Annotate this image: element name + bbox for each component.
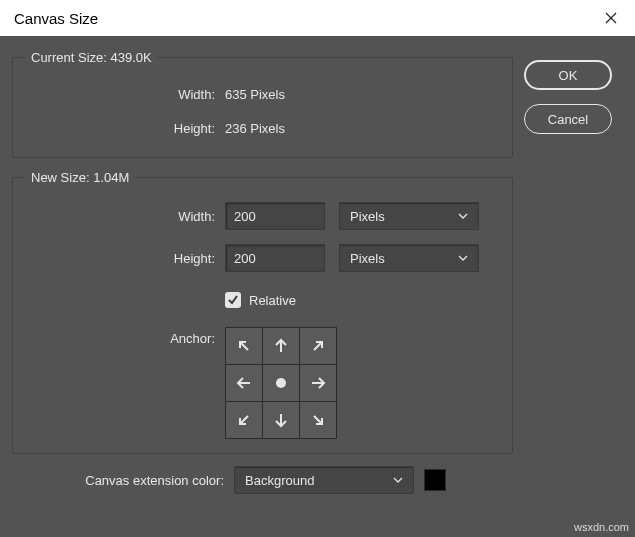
anchor-left[interactable] <box>226 365 262 401</box>
width-unit-value: Pixels <box>350 209 385 224</box>
current-height-label: Height: <box>25 121 225 136</box>
relative-label: Relative <box>249 293 296 308</box>
extension-color-label: Canvas extension color: <box>34 473 234 488</box>
arrow-down-left-icon <box>234 410 254 430</box>
arrow-left-icon <box>234 373 254 393</box>
anchor-top-left[interactable] <box>226 328 262 364</box>
new-height-label: Height: <box>25 251 225 266</box>
width-input[interactable] <box>225 202 325 230</box>
cancel-button[interactable]: Cancel <box>524 104 612 134</box>
height-unit-value: Pixels <box>350 251 385 266</box>
height-input[interactable] <box>225 244 325 272</box>
close-icon <box>605 12 617 24</box>
anchor-top[interactable] <box>263 328 299 364</box>
new-size-group: New Size: 1.04M Width: Pixels Height: Pi… <box>12 170 513 454</box>
current-height-value: 236 Pixels <box>225 121 285 136</box>
close-button[interactable] <box>587 0 635 36</box>
new-size-legend: New Size: 1.04M <box>25 170 135 185</box>
titlebar: Canvas Size <box>0 0 635 36</box>
arrow-up-left-icon <box>234 336 254 356</box>
arrow-right-icon <box>308 373 328 393</box>
new-width-label: Width: <box>25 209 225 224</box>
arrow-up-right-icon <box>308 336 328 356</box>
extension-color-value: Background <box>245 473 314 488</box>
anchor-bottom-right[interactable] <box>300 402 336 438</box>
arrow-down-right-icon <box>308 410 328 430</box>
width-unit-select[interactable]: Pixels <box>339 202 479 230</box>
anchor-grid <box>225 327 337 439</box>
check-icon <box>227 294 239 306</box>
arrow-down-icon <box>271 410 291 430</box>
anchor-bottom[interactable] <box>263 402 299 438</box>
height-unit-select[interactable]: Pixels <box>339 244 479 272</box>
current-width-label: Width: <box>25 87 225 102</box>
chevron-down-icon <box>458 213 468 219</box>
anchor-right[interactable] <box>300 365 336 401</box>
dot-icon <box>276 378 286 388</box>
relative-checkbox[interactable] <box>225 292 241 308</box>
dialog-title: Canvas Size <box>14 10 587 27</box>
anchor-label: Anchor: <box>25 327 225 346</box>
ok-button[interactable]: OK <box>524 60 612 90</box>
chevron-down-icon <box>393 477 403 483</box>
anchor-center[interactable] <box>263 365 299 401</box>
current-width-value: 635 Pixels <box>225 87 285 102</box>
arrow-up-icon <box>271 336 291 356</box>
current-size-group: Current Size: 439.0K Width: 635 Pixels H… <box>12 50 513 158</box>
extension-color-select[interactable]: Background <box>234 466 414 494</box>
extension-color-swatch[interactable] <box>424 469 446 491</box>
current-size-legend: Current Size: 439.0K <box>25 50 158 65</box>
anchor-bottom-left[interactable] <box>226 402 262 438</box>
chevron-down-icon <box>458 255 468 261</box>
watermark: wsxdn.com <box>574 521 629 533</box>
anchor-top-right[interactable] <box>300 328 336 364</box>
